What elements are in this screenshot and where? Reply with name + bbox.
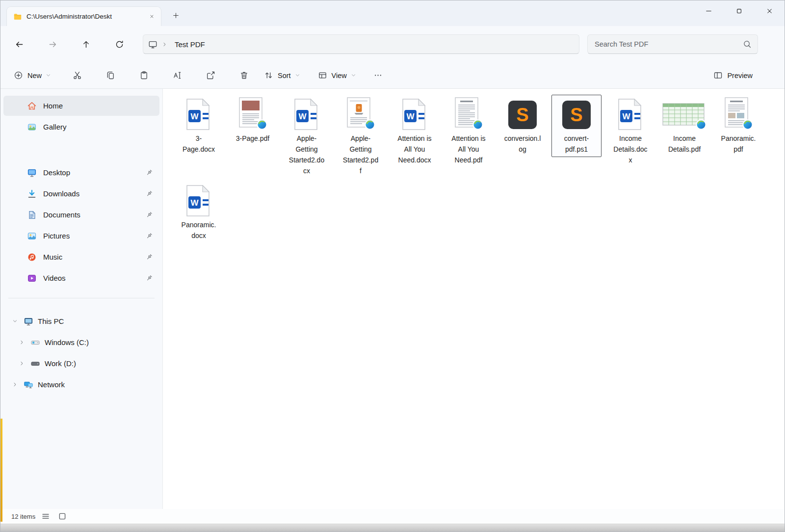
back-button[interactable] xyxy=(9,34,29,54)
tab-close-button[interactable] xyxy=(145,10,158,23)
pin-icon xyxy=(145,253,153,261)
cut-button[interactable] xyxy=(67,67,87,84)
sidebar-item-videos[interactable]: Videos xyxy=(3,268,159,288)
sidebar-item-network[interactable]: Network xyxy=(3,374,159,395)
word-docx-icon: W xyxy=(185,184,212,216)
chevron-right-icon xyxy=(161,41,168,48)
file-name: 3-Page.pdf xyxy=(234,133,271,144)
sort-button[interactable]: Sort xyxy=(259,67,306,84)
minimize-button[interactable] xyxy=(693,0,724,21)
chevron-down-icon[interactable] xyxy=(10,317,19,326)
sidebar-item-this-pc[interactable]: This PC xyxy=(3,311,159,331)
sidebar-item-work-d[interactable]: Work (D:) xyxy=(3,353,159,373)
main-area: HomeGalleryDesktopDownloadsDocumentsPict… xyxy=(0,89,785,509)
file-tile[interactable]: W Panoramic.docx xyxy=(172,181,226,267)
videos-icon xyxy=(27,273,37,283)
file-name: Apple-Getting Started2.docx xyxy=(288,133,325,176)
pin-icon xyxy=(145,232,153,240)
item-count: 12 items xyxy=(11,513,35,520)
sidebar-spacer xyxy=(0,138,162,161)
close-window-button[interactable] xyxy=(754,0,785,21)
file-tile[interactable]: W Attention is All You Need.docx xyxy=(388,95,442,181)
new-button[interactable]: New xyxy=(8,67,56,84)
file-tile[interactable]: 3-Page.pdf xyxy=(226,95,280,181)
new-circle-plus-icon xyxy=(14,71,23,80)
breadcrumb-location[interactable]: Test PDF xyxy=(172,40,208,49)
sidebar-item-label: Home xyxy=(43,102,63,110)
file-explorer-window: C:\Users\Administrator\Deskt Test PDF Ne xyxy=(0,0,785,532)
chevron-right-icon[interactable] xyxy=(17,359,26,368)
view-button-label: View xyxy=(332,72,347,80)
maximize-button[interactable] xyxy=(724,0,754,21)
preview-button[interactable]: Preview xyxy=(708,67,758,84)
file-list-pane[interactable]: W 3-Page.docx 3-Page.pdf W Apple-Getting… xyxy=(162,89,785,509)
sidebar-item-documents[interactable]: Documents xyxy=(3,205,159,225)
chevron-down-icon xyxy=(351,73,356,78)
sidebar-item-desktop[interactable]: Desktop xyxy=(3,162,159,183)
sort-icon xyxy=(264,71,273,80)
network-icon xyxy=(24,380,33,390)
documents-icon xyxy=(27,210,37,220)
sublime-text-icon: S xyxy=(561,98,592,130)
file-name: Income Details.docx xyxy=(612,133,649,165)
view-button[interactable]: View xyxy=(313,67,362,84)
search-icon xyxy=(743,40,752,49)
location-monitor-icon xyxy=(148,40,157,49)
new-tab-button[interactable] xyxy=(167,7,184,24)
file-name: convert-pdf.ps1 xyxy=(558,133,595,155)
file-tile[interactable]: Income Details.pdf xyxy=(657,95,711,181)
sidebar-item-music[interactable]: Music xyxy=(3,247,159,267)
sidebar-item-label: Music xyxy=(43,253,62,261)
file-name: Attention is All You Need.docx xyxy=(396,133,433,165)
large-icons-view-button[interactable] xyxy=(56,510,69,522)
file-tile[interactable]: Panoramic.pdf xyxy=(711,95,765,181)
tab-bar: C:\Users\Administrator\Deskt xyxy=(0,0,785,26)
chevron-right-icon[interactable] xyxy=(10,380,19,389)
word-docx-icon: W xyxy=(401,98,428,130)
chevron-right-icon[interactable] xyxy=(17,338,26,347)
search-input[interactable] xyxy=(594,40,743,49)
sublime-text-icon: S xyxy=(507,98,538,130)
pdf-slide-thumbnail-icon xyxy=(346,98,375,130)
word-docx-icon: W xyxy=(185,98,212,130)
file-tile-inner: Sconvert-pdf.ps1 xyxy=(551,95,602,157)
pin-icon xyxy=(145,211,153,219)
pdf-document-thumbnail-icon xyxy=(724,98,753,130)
delete-button[interactable] xyxy=(234,67,254,84)
file-tile-inner: W 3-Page.docx xyxy=(174,95,224,157)
forward-button[interactable] xyxy=(43,34,62,54)
address-bar[interactable]: Test PDF xyxy=(143,34,579,54)
sidebar-item-label: Downloads xyxy=(43,189,79,198)
up-button[interactable] xyxy=(76,34,96,54)
explorer-tab[interactable]: C:\Users\Administrator\Deskt xyxy=(6,6,161,26)
sidebar-item-home[interactable]: Home xyxy=(3,96,159,116)
sidebar-item-label: Documents xyxy=(43,211,80,219)
sidebar-item-downloads[interactable]: Downloads xyxy=(3,184,159,204)
sidebar-item-windows-c[interactable]: Windows (C:) xyxy=(3,332,159,352)
sidebar-item-label: Desktop xyxy=(43,168,70,177)
file-name: Income Details.pdf xyxy=(666,133,703,155)
file-tile-inner: Panoramic.pdf xyxy=(713,95,763,157)
pictures-icon xyxy=(27,231,37,241)
share-button[interactable] xyxy=(201,67,220,84)
file-tile[interactable]: W 3-Page.docx xyxy=(172,95,226,181)
file-tile[interactable]: W Income Details.docx xyxy=(603,95,657,181)
file-tile[interactable]: Sconversion.log xyxy=(496,95,550,181)
file-tile[interactable]: Attention is All You Need.pdf xyxy=(442,95,496,181)
home-icon xyxy=(27,101,37,111)
file-tile[interactable]: Sconvert-pdf.ps1 xyxy=(550,95,603,181)
file-tile[interactable]: W Apple-Getting Started2.docx xyxy=(280,95,334,181)
file-tile-inner: Attention is All You Need.pdf xyxy=(444,95,494,168)
sidebar-item-pictures[interactable]: Pictures xyxy=(3,226,159,246)
file-name: Panoramic.pdf xyxy=(720,133,757,155)
copy-button[interactable] xyxy=(101,67,120,84)
details-view-button[interactable] xyxy=(39,510,52,522)
navigation-bar: Test PDF xyxy=(0,26,785,62)
rename-button[interactable] xyxy=(167,67,187,84)
svg-text:W: W xyxy=(190,112,199,121)
file-tile[interactable]: Apple-Getting Started2.pdf xyxy=(334,95,388,181)
sidebar-item-gallery[interactable]: Gallery xyxy=(3,117,159,137)
refresh-button[interactable] xyxy=(109,34,129,54)
paste-button[interactable] xyxy=(134,67,154,84)
more-options-button[interactable] xyxy=(368,67,388,84)
